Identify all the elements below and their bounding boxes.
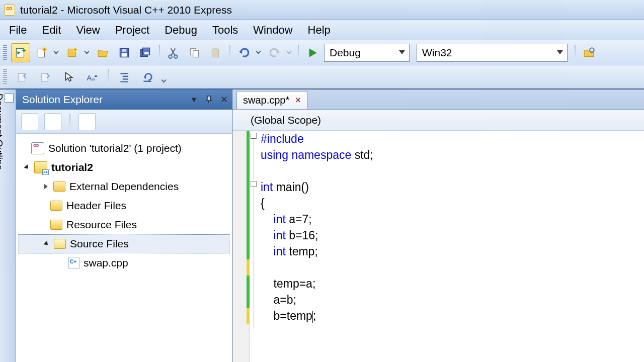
redo-button[interactable] [265,43,284,62]
copy-button[interactable] [185,43,204,62]
workspace: Document Outline Solution Explorer ▾ ✕ S… [0,89,644,362]
menu-help[interactable]: Help [308,24,331,37]
pin-icon[interactable] [203,94,215,106]
folder-icon [50,220,62,230]
solution-explorer: Solution Explorer ▾ ✕ Solution 'tutorial… [16,89,232,362]
scope-bar[interactable]: (Global Scope) [232,110,644,131]
svg-marker-20 [309,48,317,57]
solution-label: Solution 'tutorial2' (1 project) [48,142,182,154]
save-all-button[interactable] [136,43,155,62]
folder-label: Source Files [70,238,129,250]
folder-node-selected[interactable]: Source Files [18,234,230,253]
cpp-file-icon [68,257,79,269]
separator [229,45,230,61]
menu-debug[interactable]: Debug [165,24,197,37]
folder-node[interactable]: Resource Files [18,215,230,234]
explorer-refresh-button[interactable] [44,113,61,130]
dropdown-icon[interactable] [85,49,90,54]
code-area[interactable]: #include using namespace std; int main()… [232,131,644,362]
code-editor: swap.cpp* × (Global Scope) [232,89,644,362]
explorer-properties-button[interactable] [78,113,96,130]
separator [575,45,576,61]
separator [108,69,109,85]
explorer-home-button[interactable] [21,113,38,130]
outdent-button[interactable] [138,67,157,86]
folder-label: Resource Files [66,219,137,231]
expand-icon[interactable] [23,164,30,171]
menu-project[interactable]: Project [115,24,149,37]
platform-value: Win32 [422,47,452,59]
explorer-toolbar [16,110,232,134]
dropdown-icon[interactable]: ▾ [188,94,200,106]
file-node[interactable]: swap.cpp [18,253,230,273]
explorer-header[interactable]: Solution Explorer ▾ ✕ [16,89,232,110]
svg-marker-19 [276,50,280,54]
close-icon[interactable]: ✕ [218,94,230,106]
start-debug-button[interactable] [303,43,322,62]
menu-file[interactable]: File [9,24,27,37]
solution-icon [31,142,44,154]
app-icon [4,5,15,16]
expand-icon[interactable] [42,183,49,190]
menu-tools[interactable]: Tools [212,24,238,37]
dropdown-icon[interactable] [54,49,59,54]
chevron-down-icon [399,50,405,54]
code-margin [232,131,250,362]
menu-view[interactable]: View [76,24,100,37]
open-button[interactable] [94,43,113,62]
new-project-button[interactable] [11,43,30,62]
editor-tab[interactable]: swap.cpp* × [236,91,307,109]
toolbar-grip[interactable] [3,69,7,84]
separator [159,45,160,61]
indent-button[interactable] [115,67,134,86]
add-item-button[interactable] [32,43,51,62]
solution-tree[interactable]: Solution 'tutorial2' (1 project) tutoria… [16,134,232,362]
config-combo[interactable]: Debug [324,44,410,62]
folder-node[interactable]: Header Files [18,196,230,215]
dropdown-icon[interactable] [256,49,261,54]
secondary-toolbar: Aa [0,65,644,89]
outline-icon [5,94,14,103]
fold-icon[interactable] [251,181,257,187]
svg-marker-18 [239,50,243,54]
platform-combo[interactable]: Win32 [417,44,568,62]
nav-fwd-button[interactable] [36,67,55,86]
dropdown-icon[interactable] [287,49,292,54]
font-size-button[interactable]: Aa [83,67,102,86]
separator [69,114,70,130]
editor-tabbar: swap.cpp* × [232,89,644,110]
menu-bar: File Edit View Project Debug Tools Windo… [0,20,644,40]
explorer-title: Solution Explorer [22,94,103,106]
nav-back-button[interactable] [13,67,32,86]
menu-edit[interactable]: Edit [42,24,61,37]
document-outline-tab[interactable]: Document Outline [0,89,16,362]
svg-text:A: A [87,73,92,82]
find-button[interactable] [580,43,599,62]
folder-icon [50,201,62,211]
project-label: tutorial2 [51,161,93,173]
window-title: tutorial2 - Microsoft Visual C++ 2010 Ex… [20,4,232,16]
undo-button[interactable] [234,43,254,62]
fold-icon[interactable] [251,133,257,139]
title-bar: tutorial2 - Microsoft Visual C++ 2010 Ex… [0,0,644,20]
paste-button[interactable] [206,43,225,62]
dropdown-icon[interactable] [162,77,167,82]
project-node[interactable]: tutorial2 [18,158,230,177]
svg-rect-11 [144,52,149,54]
outline-column[interactable] [250,131,259,362]
folder-node[interactable]: External Dependencies [18,177,230,196]
save-button[interactable] [115,43,134,62]
toolbar-grip[interactable] [3,45,7,60]
code-text[interactable]: #include using namespace std; int main()… [259,131,373,362]
separator [298,45,299,61]
cut-button[interactable] [164,43,183,62]
svg-rect-8 [122,49,127,51]
menu-window[interactable]: Window [253,24,292,37]
new-file-button[interactable] [63,43,82,62]
expand-icon[interactable] [43,240,50,247]
close-tab-icon[interactable]: × [295,95,301,106]
solution-node[interactable]: Solution 'tutorial2' (1 project) [18,139,230,158]
folder-label: External Dependencies [69,180,179,193]
cursor-select-button[interactable] [59,67,78,86]
svg-rect-17 [214,48,217,50]
